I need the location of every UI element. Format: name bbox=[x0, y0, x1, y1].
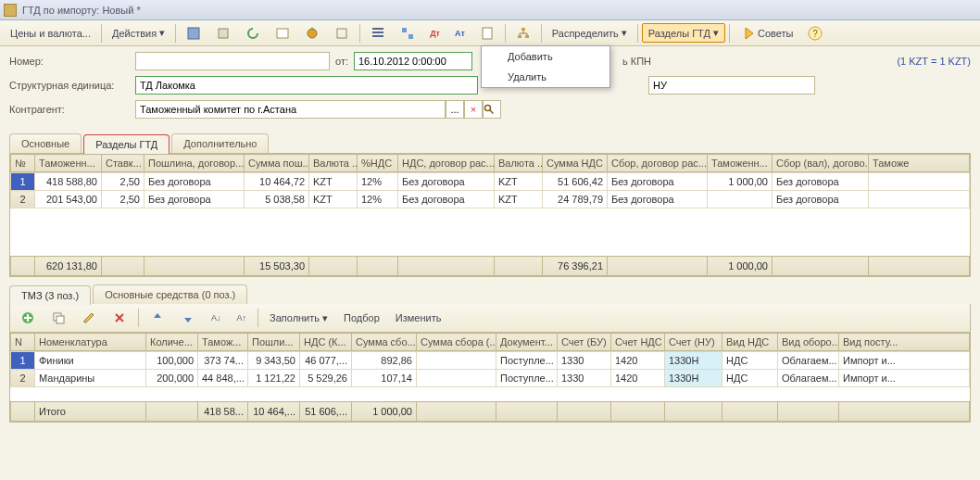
tab-sections[interactable]: Разделы ГТД bbox=[83, 134, 170, 154]
toolbar-tree-icon[interactable] bbox=[394, 22, 421, 44]
number-field[interactable] bbox=[135, 52, 330, 70]
toolbar-report-icon[interactable] bbox=[473, 22, 501, 44]
toolbar-icon-5[interactable] bbox=[328, 22, 356, 44]
advice-button[interactable]: Советы bbox=[734, 22, 799, 44]
col-header[interactable]: Счет (НУ) bbox=[665, 334, 722, 351]
sections-button[interactable]: Разделы ГТД▾ bbox=[642, 23, 725, 43]
col-header[interactable]: Пошли... bbox=[248, 334, 300, 351]
fill-button[interactable]: Заполнить▾ bbox=[263, 309, 334, 328]
col-header[interactable]: Таможе bbox=[869, 155, 970, 172]
sort-az-button[interactable]: A↓ bbox=[205, 309, 228, 326]
col-header[interactable]: НДС (К... bbox=[300, 334, 352, 351]
col-header[interactable]: Количе... bbox=[146, 334, 198, 351]
svg-rect-7 bbox=[483, 28, 492, 39]
total-duty: 15 503,30 bbox=[245, 257, 309, 276]
col-header[interactable]: НДС, договор рас... bbox=[398, 155, 495, 172]
currency-rate: (1 KZT = 1 KZT) bbox=[897, 56, 971, 67]
date-field[interactable] bbox=[354, 52, 472, 70]
toolbar-list-icon[interactable] bbox=[364, 22, 392, 44]
col-header[interactable]: Ставк... bbox=[102, 155, 144, 172]
total-tam: 620 131,80 bbox=[35, 257, 102, 276]
unit-field[interactable] bbox=[135, 76, 478, 95]
svg-rect-5 bbox=[402, 28, 407, 32]
col-header[interactable]: Таможенн... bbox=[35, 155, 102, 172]
col-header[interactable]: Тамож... bbox=[198, 334, 248, 351]
itogo-label: Итого bbox=[35, 402, 146, 422]
lookup-button[interactable] bbox=[483, 100, 501, 119]
prices-button[interactable]: Цены и валюта... bbox=[4, 24, 97, 43]
toolbar-icon-4[interactable] bbox=[298, 22, 326, 44]
toolbar-refresh-icon[interactable] bbox=[239, 22, 267, 44]
col-header[interactable]: Счет НДС bbox=[611, 334, 665, 351]
col-header[interactable]: Документ... bbox=[496, 334, 558, 351]
col-header[interactable]: Сумма пош... bbox=[245, 155, 309, 172]
sub-toolbar: A↓ A↑ Заполнить▾ Подбор Изменить bbox=[9, 304, 971, 333]
table-row[interactable]: 2Мандарины200,00044 848,...1 121,225 529… bbox=[11, 370, 970, 387]
subtab-assets[interactable]: Основные средства (0 поз.) bbox=[93, 284, 247, 304]
col-header[interactable]: Вид оборо... bbox=[778, 334, 839, 351]
col-header[interactable]: Валюта ... bbox=[309, 155, 358, 172]
toolbar-struct-icon[interactable] bbox=[509, 22, 537, 44]
items-grid: NНоменклатураКоличе...Тамож...Пошли...НД… bbox=[9, 333, 971, 423]
chevron-down-icon: ▾ bbox=[622, 27, 627, 39]
pick-button[interactable]: Подбор bbox=[337, 309, 386, 327]
kpn-label: ь КПН bbox=[622, 56, 651, 67]
distribute-button[interactable]: Распределить▾ bbox=[546, 23, 634, 43]
table-row[interactable]: 1Финики100,000373 74...9 343,5046 077,..… bbox=[11, 352, 970, 370]
svg-rect-8 bbox=[521, 28, 525, 31]
move-up-button[interactable] bbox=[144, 307, 171, 329]
col-header[interactable]: Вид посту... bbox=[839, 334, 970, 351]
col-header[interactable]: Счет (БУ) bbox=[558, 334, 611, 351]
toolbar-atkt-icon[interactable]: Ат bbox=[448, 25, 471, 42]
toolbar-icon-3[interactable] bbox=[269, 22, 296, 44]
svg-point-13 bbox=[485, 106, 491, 111]
actions-button[interactable]: Действия▾ bbox=[106, 23, 171, 43]
sort-za-button[interactable]: A↑ bbox=[231, 309, 254, 326]
edit-button[interactable]: Изменить bbox=[389, 309, 448, 327]
tab-main[interactable]: Основные bbox=[9, 133, 82, 153]
toolbar-dtkt-icon[interactable]: Дт bbox=[423, 25, 446, 42]
main-tabs: Основные Разделы ГТД Дополнительно bbox=[0, 133, 980, 153]
col-header[interactable]: %НДС bbox=[358, 155, 398, 172]
delete-row-button[interactable] bbox=[106, 307, 133, 329]
copy-row-button[interactable] bbox=[44, 307, 72, 329]
main-toolbar: Цены и валюта... Действия▾ Дт Ат Распред… bbox=[0, 20, 980, 46]
move-down-button[interactable] bbox=[174, 307, 202, 329]
tab-extra[interactable]: Дополнительно bbox=[171, 133, 269, 153]
svg-rect-0 bbox=[188, 28, 199, 39]
svg-rect-2 bbox=[277, 29, 288, 38]
sub-tabs: ТМЗ (3 поз.) Основные средства (0 поз.) bbox=[0, 284, 980, 304]
col-header[interactable]: Сбор, договор рас... bbox=[608, 155, 708, 172]
edit-row-button[interactable] bbox=[75, 307, 103, 329]
col-header[interactable]: Сумма сбора (... bbox=[417, 334, 496, 351]
col-header[interactable]: Вид НДС bbox=[722, 334, 778, 351]
sections-grid: №Таможенн...Ставк...Пошлина, договор...С… bbox=[9, 153, 971, 277]
contragent-field[interactable] bbox=[135, 100, 446, 119]
table-row[interactable]: 2201 543,002,50Без договора5 038,58KZT12… bbox=[11, 191, 970, 208]
col-header[interactable]: Пошлина, договор... bbox=[144, 155, 245, 172]
window-title: ГТД по импорту: Новый * bbox=[22, 5, 141, 16]
select-button[interactable]: ... bbox=[446, 100, 464, 119]
subtab-tmz[interactable]: ТМЗ (3 поз.) bbox=[9, 285, 91, 305]
menu-add[interactable]: Добавить bbox=[482, 46, 609, 67]
col-header[interactable]: № bbox=[11, 155, 35, 172]
svg-rect-10 bbox=[525, 35, 529, 38]
nu-field[interactable] bbox=[648, 76, 815, 95]
col-header[interactable]: Номенклатура bbox=[35, 334, 146, 351]
clear-button[interactable]: × bbox=[464, 100, 483, 119]
col-header[interactable]: N bbox=[11, 334, 35, 351]
help-button[interactable]: ? bbox=[801, 22, 829, 44]
col-header[interactable]: Сумма сбо... bbox=[352, 334, 417, 351]
col-header[interactable]: Валюта ... bbox=[495, 155, 543, 172]
menu-delete[interactable]: Удалить bbox=[482, 67, 609, 87]
svg-rect-16 bbox=[57, 316, 64, 323]
col-header[interactable]: Сбор (вал), догово... bbox=[773, 155, 869, 172]
toolbar-icon-2[interactable] bbox=[209, 22, 237, 44]
add-row-button[interactable] bbox=[14, 307, 42, 329]
col-header[interactable]: Сумма НДС bbox=[543, 155, 608, 172]
col-header[interactable]: Таможенн... bbox=[708, 155, 773, 172]
app-icon bbox=[4, 4, 17, 17]
table-row[interactable]: 1418 588,802,50Без договора10 464,72KZT1… bbox=[11, 173, 970, 191]
number-label: Номер: bbox=[9, 56, 130, 67]
toolbar-icon-1[interactable] bbox=[180, 22, 207, 44]
